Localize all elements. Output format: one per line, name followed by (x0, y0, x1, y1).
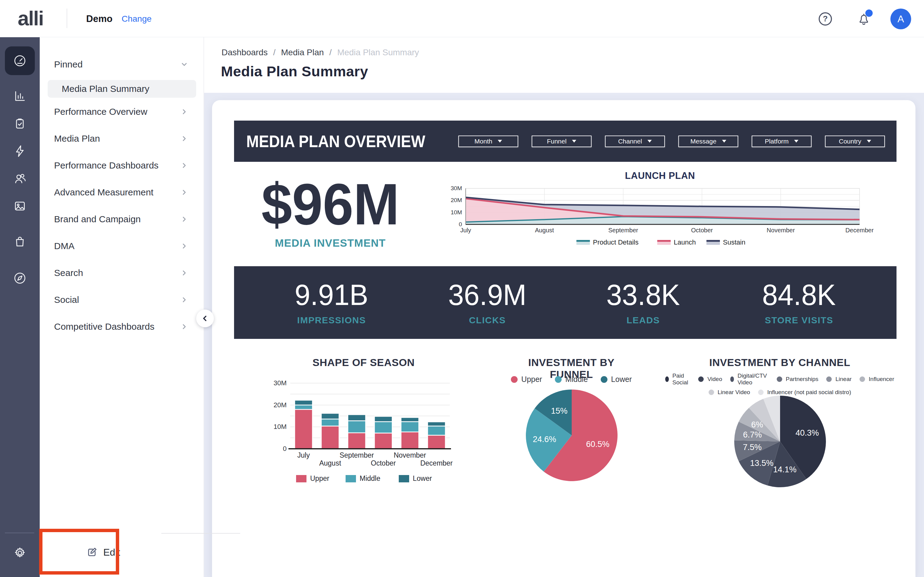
gear-icon (13, 546, 27, 559)
chevron-right-icon (180, 242, 188, 250)
filter-dropdown-platform[interactable]: Platform (752, 135, 812, 147)
legend-label: Paid Social (672, 372, 691, 386)
lightning-bolt-icon (13, 144, 27, 158)
svg-text:July: July (297, 451, 310, 459)
breadcrumb-separator: / (273, 48, 276, 57)
rail-item-audiences[interactable] (0, 166, 40, 191)
svg-text:0: 0 (283, 445, 287, 453)
sidebar-item-media-plan-summary[interactable]: Media Plan Summary (48, 80, 196, 98)
svg-text:September: September (608, 227, 638, 234)
legend-swatch (777, 376, 782, 382)
notification-badge (865, 10, 873, 17)
sidebar-item-performance-overview[interactable]: Performance Overview (40, 102, 204, 122)
svg-text:20M: 20M (451, 197, 462, 203)
sidebar-item-search[interactable]: Search (40, 263, 204, 283)
legend-item: Middle (555, 375, 588, 384)
breadcrumb-item[interactable]: Media Plan (281, 48, 324, 57)
sidebar-item-social[interactable]: Social (40, 290, 204, 310)
legend-item: Influencer (859, 372, 894, 386)
svg-text:0: 0 (459, 221, 462, 227)
launch-plan-title: LAUNCH PLAN (440, 170, 880, 181)
sidebar-item-label: Performance Dashboards (54, 160, 180, 171)
rail-item-explore[interactable] (0, 266, 40, 291)
filter-dropdown-month[interactable]: Month (458, 135, 518, 147)
media-investment-stat: $96M MEDIA INVESTMENT (233, 176, 428, 249)
sidebar-item-label: Social (54, 295, 180, 305)
chevron-right-icon (180, 323, 188, 330)
filter-label: Platform (765, 138, 788, 145)
legend-label: Digital/CTV Video (738, 372, 769, 386)
chevron-right-icon (180, 296, 188, 304)
sidebar-footer-divider (162, 533, 240, 533)
kpi-label: STORE VISITS (721, 315, 877, 326)
svg-text:August: August (535, 227, 554, 234)
legend-item: Linear (826, 372, 851, 386)
rail-divider (5, 532, 34, 533)
rail-item-dashboards[interactable] (0, 48, 40, 73)
kpi-stat: 36.9MCLICKS (409, 280, 565, 326)
kpi-label: LEADS (565, 315, 721, 326)
rail-item-plans[interactable] (0, 111, 40, 136)
kpi-value: 36.9M (448, 280, 527, 309)
avatar[interactable]: A (890, 8, 911, 29)
sidebar-item-brand-and-campaign[interactable]: Brand and Campaign (40, 209, 204, 229)
svg-text:30M: 30M (273, 379, 287, 387)
breadcrumb-item[interactable]: Dashboards (221, 48, 268, 57)
svg-text:November: November (767, 227, 795, 234)
svg-text:September: September (339, 451, 374, 459)
svg-text:November: November (394, 451, 426, 459)
edit-button[interactable]: Edit (86, 542, 120, 563)
sidebar-item-competitive-dashboards[interactable]: Competitive Dashboards (40, 317, 204, 337)
rail-item-commerce[interactable] (0, 229, 40, 254)
svg-text:Launch: Launch (674, 239, 696, 246)
filter-dropdown-message[interactable]: Message (678, 135, 738, 147)
sidebar-item-dma[interactable]: DMA (40, 236, 204, 256)
filter-label: Country (839, 138, 861, 145)
sidebar-item-advanced-measurement[interactable]: Advanced Measurement (40, 182, 204, 202)
svg-text:30M: 30M (451, 185, 462, 192)
svg-text:15%: 15% (551, 406, 567, 416)
sidebar-item-label: Advanced Measurement (54, 187, 180, 198)
legend-label: Middle (565, 375, 588, 384)
filter-dropdown-country[interactable]: Country (825, 135, 885, 147)
legend-swatch (601, 376, 607, 383)
legend-swatch (665, 376, 669, 382)
legend-swatch (555, 376, 562, 383)
svg-text:7.5%: 7.5% (743, 443, 762, 452)
legend-item: Paid Social (665, 372, 690, 386)
sidebar-item-media-plan[interactable]: Media Plan (40, 129, 204, 149)
sidebar-section-pinned[interactable]: Pinned (40, 54, 204, 74)
legend-item: Digital/CTV Video (730, 372, 769, 386)
funnel-pie-legend: UpperMiddleLower (492, 375, 651, 384)
change-workspace-link[interactable]: Change (122, 14, 152, 24)
help-icon[interactable]: ? (818, 11, 833, 27)
app-logo[interactable]: alli (18, 7, 44, 30)
legend-swatch (826, 376, 832, 382)
svg-text:24.6%: 24.6% (533, 435, 556, 444)
rail-item-creative[interactable] (0, 193, 40, 219)
shopping-bag-icon (13, 235, 27, 248)
filter-dropdown-channel[interactable]: Channel (605, 135, 665, 147)
sidebar-collapse-button[interactable] (196, 309, 214, 327)
shape-of-season-chart: 010M20M30MJulyAugustSeptemberOctoberNove… (269, 369, 458, 492)
rail-item-analytics[interactable] (0, 84, 40, 109)
svg-text:December: December (420, 459, 452, 467)
svg-text:6%: 6% (751, 420, 763, 429)
page-title: Media Plan Summary (221, 63, 368, 80)
image-icon (13, 199, 27, 213)
sidebar-item-label: Search (54, 268, 180, 278)
rail-item-automation[interactable] (0, 139, 40, 164)
sidebar-item-performance-dashboards[interactable]: Performance Dashboards (40, 155, 204, 176)
legend-swatch (859, 376, 865, 382)
svg-text:October: October (691, 227, 713, 234)
notifications-bell-icon[interactable] (856, 11, 871, 27)
users-icon (13, 172, 27, 185)
filter-dropdown-funnel[interactable]: Funnel (531, 135, 591, 147)
caret-down-icon (867, 140, 871, 143)
legend-item: Lower (601, 375, 632, 384)
rail-item-settings[interactable] (0, 540, 40, 566)
legend-row: Paid SocialVideoDigital/CTV VideoPartner… (673, 372, 887, 386)
caret-down-icon (722, 140, 726, 143)
kpi-stat: 9.91BIMPRESSIONS (254, 280, 409, 326)
chevron-right-icon (180, 189, 188, 196)
